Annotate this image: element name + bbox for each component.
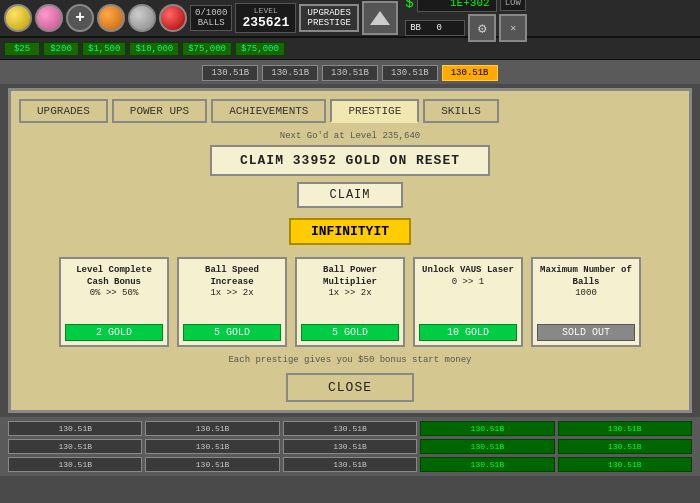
dollar-icon: $	[405, 0, 413, 11]
upgrade-card-3-btn[interactable]: 5 GOLD	[301, 324, 399, 341]
upgrade-card-2: Ball Speed Increase 1x >> 2x 5 GOLD	[177, 257, 287, 347]
chip-75000b[interactable]: $75,000	[235, 42, 285, 56]
chip-75000a[interactable]: $75,000	[182, 42, 232, 56]
arrow-up-icon	[370, 11, 390, 25]
prestige-bonus-text: Each prestige gives you $50 bonus start …	[19, 355, 681, 365]
prestige-tab-1[interactable]: 130.51B	[202, 65, 258, 81]
low-label: LOW	[500, 0, 526, 11]
prestige-tab-3[interactable]: 130.51B	[322, 65, 378, 81]
upgrade-card-3-text: Ball Power Multiplier 1x >> 2x	[301, 265, 399, 318]
bottom-chip-2-3[interactable]: 130.51B	[283, 439, 417, 454]
upgrade-card-4-text: Unlock VAUS Laser 0 >> 1	[422, 265, 514, 318]
bottom-area: 130.51B 130.51B 130.51B 130.51B 130.51B …	[0, 417, 700, 476]
money-display: 1E+302	[417, 0, 497, 12]
chip-10000[interactable]: $10,000	[129, 42, 179, 56]
upgrade-card-2-btn[interactable]: 5 GOLD	[183, 324, 281, 341]
chip-1500[interactable]: $1,500	[82, 42, 126, 56]
tab-powerups[interactable]: POWER UPS	[112, 99, 207, 123]
tab-prestige[interactable]: PRESTIGE	[330, 99, 419, 123]
upgrade-card-3: Ball Power Multiplier 1x >> 2x 5 GOLD	[295, 257, 405, 347]
gear-btn[interactable]: ⚙	[468, 14, 496, 42]
claim-gold-display: CLAIM 33952 GOLD ON RESET	[210, 145, 490, 176]
next-gold-text: Next Go'd at Level 235,640	[19, 131, 681, 141]
bottom-chip-2-1[interactable]: 130.51B	[8, 439, 142, 454]
prestige-tabs-top: 130.51B 130.51B 130.51B 130.51B 130.51B	[0, 60, 700, 84]
main-panel: UPGRADES POWER UPS ACHIEVEMENTS PRESTIGE…	[8, 88, 692, 413]
chip-money-row: $25 $200 $1,500 $10,000 $75,000 $75,000	[0, 38, 700, 60]
ball-pink-btn[interactable]	[35, 4, 63, 32]
bottom-chip-1-5[interactable]: 130.51B	[558, 421, 692, 436]
bottom-chip-1-4[interactable]: 130.51B	[420, 421, 554, 436]
arrow-up-btn[interactable]	[362, 1, 398, 35]
upgrade-card-2-text: Ball Speed Increase 1x >> 2x	[183, 265, 281, 318]
prestige-content: Next Go'd at Level 235,640 CLAIM 33952 G…	[19, 131, 681, 402]
bottom-chip-2-2[interactable]: 130.51B	[145, 439, 279, 454]
ball-yellow-btn[interactable]	[4, 4, 32, 32]
bottom-chip-2-5[interactable]: 130.51B	[558, 439, 692, 454]
prestige-tab-4[interactable]: 130.51B	[382, 65, 438, 81]
upgrade-card-5: Maximum Number of Balls 1000 SOLD OUT	[531, 257, 641, 347]
upgrade-card-4: Unlock VAUS Laser 0 >> 1 10 GOLD	[413, 257, 523, 347]
chip-25[interactable]: $25	[4, 42, 40, 56]
nav-tabs: UPGRADES POWER UPS ACHIEVEMENTS PRESTIGE…	[19, 99, 681, 123]
upgrade-card-4-btn[interactable]: 10 GOLD	[419, 324, 517, 341]
ball-orange-btn[interactable]	[97, 4, 125, 32]
chip-200[interactable]: $200	[43, 42, 79, 56]
upgrade-card-1-text: Level Complete Cash Bonus 0% >> 50%	[65, 265, 163, 318]
ball-red-btn[interactable]	[159, 4, 187, 32]
bottom-chip-3-1[interactable]: 130.51B	[8, 457, 142, 472]
ball-add-btn[interactable]: +	[66, 4, 94, 32]
settings-btn[interactable]: ✕	[499, 14, 527, 42]
bottom-chip-1-3[interactable]: 130.51B	[283, 421, 417, 436]
bottom-chip-3-4[interactable]: 130.51B	[420, 457, 554, 472]
bottom-chip-3-5[interactable]: 130.51B	[558, 457, 692, 472]
bottom-chip-3-3[interactable]: 130.51B	[283, 457, 417, 472]
upgrade-cards: Level Complete Cash Bonus 0% >> 50% 2 GO…	[19, 257, 681, 347]
infinity-button[interactable]: INFINITYIT	[289, 218, 411, 245]
tab-upgrades[interactable]: UPGRADES	[19, 99, 108, 123]
tab-skills[interactable]: SKILLS	[423, 99, 499, 123]
bottom-chip-3-2[interactable]: 130.51B	[145, 457, 279, 472]
ball-gray-btn[interactable]	[128, 4, 156, 32]
balls-count: 0/1000 BALLS	[190, 5, 232, 31]
upgrade-card-1: Level Complete Cash Bonus 0% >> 50% 2 GO…	[59, 257, 169, 347]
level-box: LEVEL 235621	[235, 3, 296, 33]
upgrade-card-1-btn[interactable]: 2 GOLD	[65, 324, 163, 341]
tab-achievements[interactable]: ACHIEVEMENTS	[211, 99, 326, 123]
upgrade-card-5-btn[interactable]: SOLD OUT	[537, 324, 635, 341]
claim-button[interactable]: CLAIM	[297, 182, 402, 208]
prestige-tab-5[interactable]: 130.51B	[442, 65, 498, 81]
top-bar: + 0/1000 BALLS LEVEL 235621 UPGRADES PRE…	[0, 0, 700, 38]
bottom-chip-1-1[interactable]: 130.51B	[8, 421, 142, 436]
bottom-chip-1-2[interactable]: 130.51B	[145, 421, 279, 436]
upgrade-card-5-text: Maximum Number of Balls 1000	[537, 265, 635, 318]
bottom-chip-2-4[interactable]: 130.51B	[420, 439, 554, 454]
bb-display: BB 0	[405, 20, 465, 36]
bottom-grid: 130.51B 130.51B 130.51B 130.51B 130.51B …	[8, 421, 692, 472]
upgrades-prestige-btn[interactable]: UPGRADES PRESTIGE	[299, 4, 359, 32]
prestige-tab-2[interactable]: 130.51B	[262, 65, 318, 81]
close-button[interactable]: CLOSE	[286, 373, 414, 402]
